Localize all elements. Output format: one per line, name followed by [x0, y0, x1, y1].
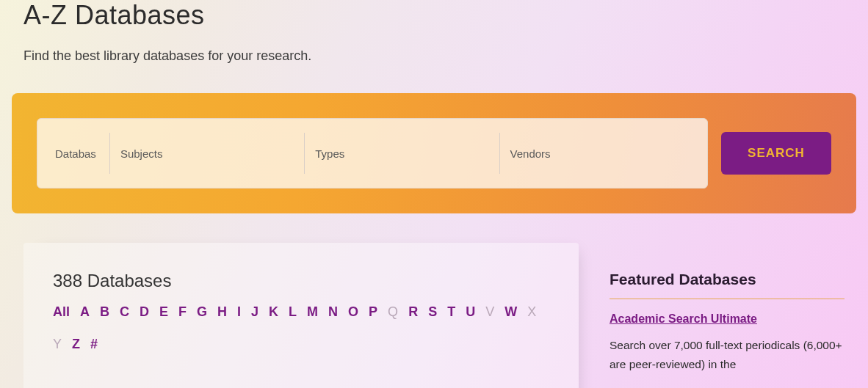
alpha-letter-l[interactable]: L [289, 301, 297, 322]
types-dropdown[interactable]: Types [305, 119, 499, 188]
alpha-letter-g[interactable]: G [197, 301, 207, 322]
alpha-letter-z[interactable]: Z [72, 334, 80, 354]
alpha-letter-k[interactable]: K [269, 301, 278, 322]
subjects-dropdown[interactable]: Subjects [110, 119, 304, 188]
alpha-letter-all[interactable]: All [53, 301, 70, 322]
alpha-letter-c[interactable]: C [120, 301, 129, 322]
divider [610, 299, 845, 299]
alpha-letter-x: X [527, 301, 536, 322]
alpha-letter-h[interactable]: H [217, 301, 227, 322]
vendors-dropdown[interactable]: Vendors [500, 119, 694, 188]
alpha-letter-a[interactable]: A [80, 301, 90, 322]
alpha-letter-m[interactable]: M [307, 301, 318, 322]
alpha-letter-e[interactable]: E [159, 301, 168, 322]
alpha-letter-v: V [485, 301, 494, 322]
search-panel: Databas Subjects Types Vendors SEARCH [12, 93, 856, 213]
results-card: 388 Databases AllABCDEFGHIJKLMNOPQRSTUVW… [23, 243, 579, 388]
featured-sidebar: Featured Databases Academic Search Ultim… [610, 243, 845, 388]
alpha-letter-n[interactable]: N [328, 301, 338, 322]
page-subtitle: Find the best library databases for your… [23, 48, 856, 64]
alpha-letter-q: Q [388, 301, 398, 322]
featured-heading: Featured Databases [610, 271, 845, 288]
alpha-letter-f[interactable]: F [178, 301, 187, 322]
alpha-filter: AllABCDEFGHIJKLMNOPQRSTUVWXYZ# [53, 301, 549, 354]
alpha-letter-y: Y [53, 334, 62, 354]
page-title: A-Z Databases [12, 0, 856, 31]
search-box: Databas Subjects Types Vendors [37, 118, 708, 188]
alpha-letter-i[interactable]: I [237, 301, 241, 322]
database-name-field[interactable]: Databas [51, 119, 109, 188]
alpha-letter-b[interactable]: B [100, 301, 109, 322]
alpha-letter-u[interactable]: U [466, 301, 475, 322]
alpha-letter-d[interactable]: D [140, 301, 149, 322]
alpha-letter-o[interactable]: O [348, 301, 358, 322]
alpha-letter-t[interactable]: T [447, 301, 455, 322]
alpha-letter-#[interactable]: # [90, 334, 98, 354]
results-count: 388 Databases [53, 271, 549, 291]
search-button[interactable]: SEARCH [721, 132, 831, 175]
alpha-letter-j[interactable]: J [251, 301, 258, 322]
alpha-letter-w[interactable]: W [504, 301, 517, 322]
featured-database-link[interactable]: Academic Search Ultimate [610, 312, 757, 326]
featured-database-description: Search over 7,000 full-text periodicals … [610, 336, 845, 374]
alpha-letter-p[interactable]: P [369, 301, 377, 322]
alpha-letter-s[interactable]: S [428, 301, 437, 322]
alpha-letter-r[interactable]: R [408, 301, 418, 322]
